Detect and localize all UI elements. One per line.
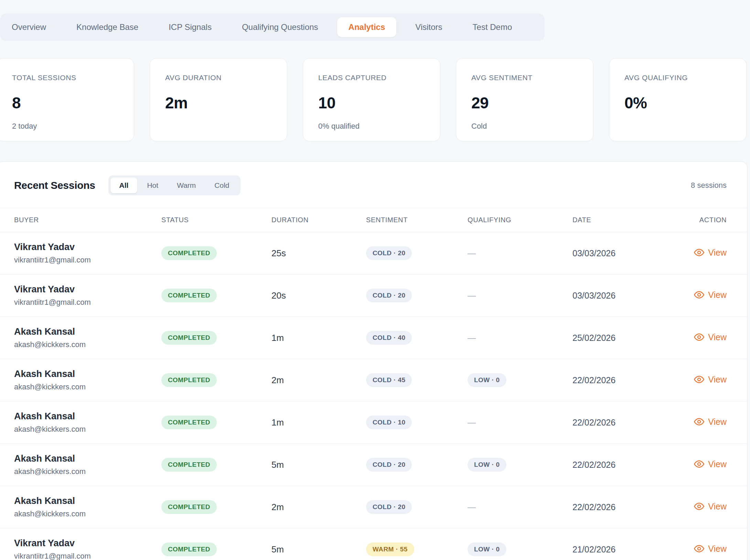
sentiment-badge: COLD · 20 (366, 500, 412, 514)
sentiment-badge: COLD · 20 (366, 289, 412, 302)
sentiment-filter-group: All Hot Warm Cold (108, 175, 240, 195)
duration-value: 2m (271, 502, 366, 513)
date-value: 22/02/2026 (572, 418, 676, 428)
sentiment-badge: COLD · 10 (366, 416, 412, 429)
view-label: View (708, 417, 727, 427)
eye-icon (694, 417, 704, 427)
stat-value: 29 (471, 94, 578, 112)
date-value: 22/02/2026 (572, 502, 676, 512)
status-badge: COMPLETED (161, 458, 217, 472)
stat-label: AVG QUALIFYING (624, 74, 731, 82)
buyer-email: akash@kickkers.com (14, 425, 161, 434)
stat-value: 8 (12, 94, 119, 112)
stat-label: LEADS CAPTURED (318, 74, 425, 82)
filter-all[interactable]: All (110, 177, 138, 193)
stat-sub: Cold (471, 122, 578, 131)
eye-icon (694, 374, 704, 385)
stat-card-leads-captured: LEADS CAPTURED 10 0% qualified (303, 58, 440, 141)
eye-icon (694, 459, 704, 469)
tab-knowledge-base[interactable]: Knowledge Base (76, 22, 138, 32)
table-header-row: BUYER STATUS DURATION SENTIMENT QUALIFYI… (0, 208, 747, 232)
table-row: Akash Kansal akash@kickkers.com COMPLETE… (0, 486, 747, 528)
page-title: Recent Sessions (14, 180, 95, 191)
eye-icon (694, 543, 704, 554)
tab-overview[interactable]: Overview (12, 22, 46, 32)
sentiment-badge: COLD · 45 (366, 373, 412, 387)
recent-sessions-header: Recent Sessions All Hot Warm Cold 8 sess… (0, 162, 747, 208)
tab-icp-signals[interactable]: ICP Signals (169, 22, 212, 32)
buyer-email: akash@kickkers.com (14, 340, 161, 349)
buyer-cell: Vikrant Yadav vikrantiitr1@gmail.com (14, 242, 161, 265)
buyer-name: Akash Kansal (14, 369, 161, 379)
tab-qualifying-questions[interactable]: Qualifying Questions (242, 22, 318, 32)
stat-card-avg-qualifying: AVG QUALIFYING 0% (609, 58, 747, 141)
buyer-cell: Vikrant Yadav vikrantiitr1@gmail.com (14, 538, 161, 560)
sentiment-badge: WARM · 55 (366, 542, 414, 556)
recent-sessions-card: Recent Sessions All Hot Warm Cold 8 sess… (0, 161, 748, 560)
top-nav: Overview Knowledge Base ICP Signals Qual… (0, 13, 545, 41)
status-badge: COMPLETED (161, 331, 217, 345)
view-label: View (708, 459, 727, 469)
sessions-count: 8 sessions (691, 181, 727, 190)
tab-analytics[interactable]: Analytics (337, 17, 397, 37)
buyer-cell: Akash Kansal akash@kickkers.com (14, 369, 161, 391)
table-row: Vikrant Yadav vikrantiitr1@gmail.com COM… (0, 528, 747, 560)
view-button[interactable]: View (694, 332, 727, 342)
eye-icon (694, 501, 704, 511)
buyer-name: Akash Kansal (14, 496, 161, 506)
date-value: 22/02/2026 (572, 375, 676, 385)
eye-icon (694, 247, 704, 258)
view-button[interactable]: View (694, 417, 727, 427)
view-label: View (708, 502, 727, 511)
duration-value: 25s (271, 248, 366, 259)
view-button[interactable]: View (694, 290, 727, 300)
stat-value: 0% (624, 94, 731, 112)
tab-test-demo[interactable]: Test Demo (473, 22, 512, 32)
view-label: View (708, 375, 727, 385)
table-row: Vikrant Yadav vikrantiitr1@gmail.com COM… (0, 232, 747, 274)
view-button[interactable]: View (694, 459, 727, 469)
status-badge: COMPLETED (161, 289, 217, 302)
status-badge: COMPLETED (161, 500, 217, 514)
table-row: Akash Kansal akash@kickkers.com COMPLETE… (0, 359, 747, 401)
status-badge: COMPLETED (161, 246, 217, 260)
view-button[interactable]: View (694, 543, 727, 554)
table-row: Akash Kansal akash@kickkers.com COMPLETE… (0, 401, 747, 444)
buyer-email: akash@kickkers.com (14, 383, 161, 391)
buyer-cell: Akash Kansal akash@kickkers.com (14, 326, 161, 349)
duration-value: 1m (271, 333, 366, 343)
tab-visitors[interactable]: Visitors (415, 22, 442, 32)
stat-label: AVG SENTIMENT (471, 74, 578, 82)
sentiment-badge: COLD · 20 (366, 246, 412, 260)
date-value: 03/03/2026 (572, 248, 676, 258)
status-badge: COMPLETED (161, 542, 217, 556)
eye-icon (694, 332, 704, 342)
buyer-cell: Akash Kansal akash@kickkers.com (14, 411, 161, 434)
duration-value: 5m (271, 544, 366, 555)
stat-card-avg-duration: AVG DURATION 2m (150, 58, 287, 141)
date-value: 22/02/2026 (572, 460, 676, 470)
date-value: 25/02/2026 (572, 333, 676, 343)
col-action: ACTION (676, 216, 727, 224)
sentiment-badge: COLD · 20 (366, 458, 412, 472)
table-row: Akash Kansal akash@kickkers.com COMPLETE… (0, 317, 747, 359)
view-button[interactable]: View (694, 247, 727, 258)
view-button[interactable]: View (694, 501, 727, 511)
view-label: View (708, 248, 727, 258)
view-button[interactable]: View (694, 374, 727, 385)
qualifying-empty: — (468, 248, 572, 258)
col-duration: DURATION (271, 216, 366, 224)
buyer-email: akash@kickkers.com (14, 467, 161, 476)
sentiment-badge: COLD · 40 (366, 331, 412, 345)
duration-value: 1m (271, 417, 366, 428)
col-status: STATUS (161, 216, 271, 224)
buyer-email: vikrantiitr1@gmail.com (14, 256, 161, 265)
stat-label: TOTAL SESSIONS (12, 74, 119, 82)
stat-card-avg-sentiment: AVG SENTIMENT 29 Cold (456, 58, 593, 141)
filter-cold[interactable]: Cold (205, 177, 238, 193)
qualifying-badge: LOW · 0 (468, 458, 506, 472)
col-date: DATE (572, 216, 676, 224)
filter-hot[interactable]: Hot (138, 177, 167, 193)
filter-warm[interactable]: Warm (168, 177, 205, 193)
date-value: 21/02/2026 (572, 545, 676, 554)
